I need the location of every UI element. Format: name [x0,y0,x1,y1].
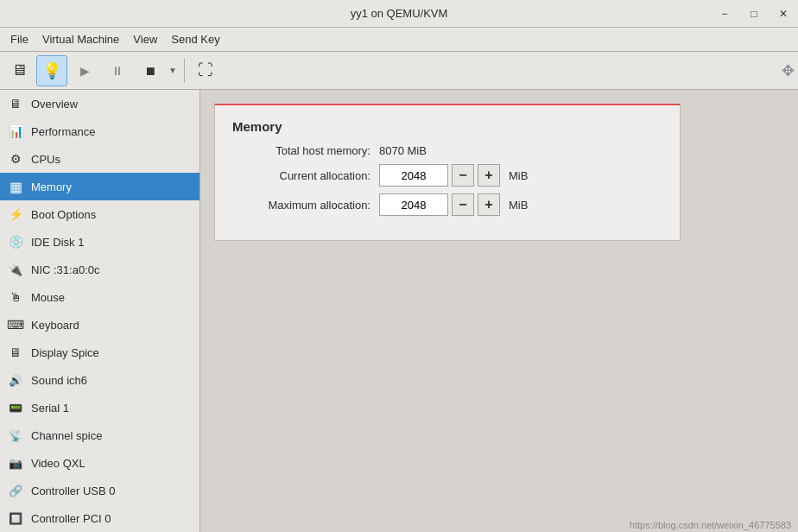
maximum-allocation-minus-button[interactable]: − [452,193,474,216]
pause-icon [111,63,124,79]
channel-icon [7,427,24,444]
keyboard-icon [7,316,24,333]
sidebar-item-mouse[interactable]: Mouse [0,283,200,311]
video-icon [7,454,24,472]
sidebar-item-controller-usb[interactable]: Controller USB 0 [0,477,200,504]
main-content: Overview Performance CPUs Memory Boot Op… [0,90,798,532]
sidebar-item-label: Overview [31,98,78,111]
toolbar-light-button[interactable] [36,55,67,86]
memory-card: Memory Total host memory: 8070 MiB Curre… [214,104,681,241]
sidebar-item-boot-options[interactable]: Boot Options [0,200,200,228]
chevron-down-icon: ▼ [168,66,177,75]
move-icon: ✥ [782,62,795,79]
maximum-allocation-label: Maximum allocation: [232,199,379,212]
display-icon [7,344,24,361]
disk-icon [7,233,24,250]
sidebar-item-ide-disk[interactable]: IDE Disk 1 [0,228,200,256]
cpu-icon [7,150,24,168]
sound-icon [7,371,24,389]
current-allocation-plus-button[interactable]: + [478,164,500,187]
sidebar-item-cpus[interactable]: CPUs [0,145,200,173]
sidebar-item-label: Sound ich6 [31,374,87,387]
status-url: https://blog.csdn.net/weixin_46775583 [630,520,791,530]
sidebar-item-label: Memory [31,180,72,193]
current-allocation-input[interactable] [379,164,448,187]
menu-file[interactable]: File [3,29,35,49]
statusbar: https://blog.csdn.net/weixin_46775583 [623,518,798,532]
maximum-allocation-row: Maximum allocation: − + MiB [232,193,662,216]
sidebar-item-label: Controller USB 0 [31,484,116,497]
nic-icon [7,261,24,278]
current-allocation-input-group: − + MiB [379,164,528,187]
sidebar-item-nic[interactable]: NIC :31:a0:0c [0,256,200,283]
sidebar-item-label: Controller PCI 0 [31,512,111,525]
pci-icon [7,510,24,527]
sidebar-item-memory[interactable]: Memory [0,173,200,200]
close-button[interactable]: ✕ [769,0,798,28]
sidebar-item-label: CPUs [31,153,60,166]
menu-send-key[interactable]: Send Key [164,29,226,49]
toolbar-play-button[interactable] [69,55,100,86]
sidebar-item-label: Channel spice [31,429,102,442]
total-host-row: Total host memory: 8070 MiB [232,144,662,157]
sidebar-item-label: Display Spice [31,346,99,359]
window-title: yy1 on QEMU/KVM [351,7,448,20]
sidebar-item-label: Performance [31,125,95,138]
titlebar: yy1 on QEMU/KVM − □ ✕ [0,0,798,28]
maximum-allocation-input-group: − + MiB [379,193,528,216]
sidebar-item-sound-ich6[interactable]: Sound ich6 [0,366,200,394]
sidebar: Overview Performance CPUs Memory Boot Op… [0,90,200,532]
sidebar-item-label: Video QXL [31,457,86,470]
sidebar-item-label: IDE Disk 1 [31,236,84,249]
sidebar-item-label: Keyboard [31,319,79,332]
total-host-value: 8070 MiB [379,144,427,157]
light-icon [42,61,61,80]
monitor-icon [7,95,24,112]
menubar: File Virtual Machine View Send Key [0,28,798,52]
toolbar-pause-button[interactable] [102,55,133,86]
sidebar-item-label: Serial 1 [31,402,69,415]
screen-icon [198,61,213,79]
total-host-label: Total host memory: [232,144,379,157]
toolbar-stop-dropdown[interactable]: ▼ [166,62,179,79]
boot-icon [7,206,24,223]
toolbar-stop-button[interactable] [135,55,166,86]
toolbar-right-area: ✥ [782,61,795,80]
sidebar-item-controller-pci[interactable]: Controller PCI 0 [0,504,200,532]
toolbar-monitor-button[interactable] [3,55,35,86]
usb-icon [7,482,24,499]
content-panel: Memory Total host memory: 8070 MiB Curre… [200,90,798,532]
sidebar-item-keyboard[interactable]: Keyboard [0,311,200,339]
mouse-icon [7,288,24,306]
sidebar-item-channel-spice[interactable]: Channel spice [0,421,200,449]
maximum-allocation-input[interactable] [379,193,448,216]
current-allocation-row: Current allocation: − + MiB [232,164,662,187]
current-allocation-label: Current allocation: [232,169,379,182]
stop-icon [144,63,156,79]
sidebar-item-label: NIC :31:a0:0c [31,263,100,276]
current-allocation-minus-button[interactable]: − [452,164,474,187]
sidebar-item-display-spice[interactable]: Display Spice [0,339,200,366]
sidebar-item-label: Mouse [31,291,65,304]
ram-icon [7,178,24,195]
memory-title: Memory [232,119,662,134]
current-allocation-unit: MiB [509,169,528,182]
chart-icon [7,123,24,140]
toolbar-separator [184,59,185,83]
sidebar-item-video-qxl[interactable]: Video QXL [0,449,200,477]
sidebar-item-serial1[interactable]: Serial 1 [0,394,200,421]
menu-virtual-machine[interactable]: Virtual Machine [35,29,126,49]
monitor-icon [11,61,27,79]
minimize-button[interactable]: − [710,0,739,28]
maximum-allocation-unit: MiB [509,199,528,212]
maximum-allocation-plus-button[interactable]: + [478,193,500,216]
menu-view[interactable]: View [126,29,164,49]
sidebar-item-overview[interactable]: Overview [0,90,200,117]
toolbar-screen-button[interactable] [190,55,221,86]
serial-icon [7,399,24,416]
maximize-button[interactable]: □ [739,0,769,28]
play-icon [80,63,90,79]
window-controls: − □ ✕ [710,0,798,28]
toolbar: ▼ ✥ [0,52,798,90]
sidebar-item-performance[interactable]: Performance [0,117,200,145]
